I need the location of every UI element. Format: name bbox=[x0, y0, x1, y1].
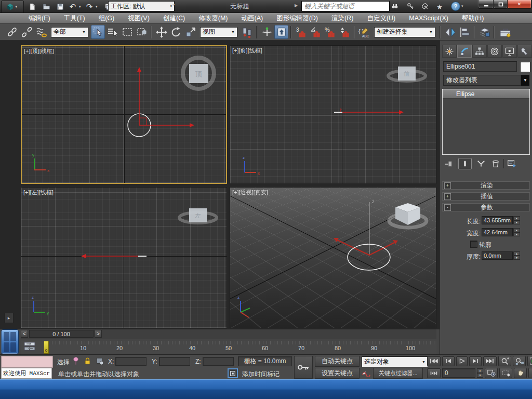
width-spinner[interactable]: ▲▼ bbox=[513, 228, 520, 236]
current-frame-field[interactable]: 0 bbox=[442, 368, 475, 378]
keyboard-shortcut-override-button[interactable] bbox=[274, 25, 288, 39]
set-keys-button[interactable] bbox=[294, 356, 313, 379]
menu-item[interactable]: 组(G) bbox=[92, 13, 122, 24]
next-frame-icon[interactable] bbox=[469, 356, 482, 366]
communication-center-icon[interactable] bbox=[419, 1, 431, 11]
maxscript-mini-listener[interactable]: 欢迎使用 MAXScr bbox=[1, 368, 52, 379]
object-name-field[interactable]: Ellipse001 bbox=[443, 61, 517, 72]
y-coordinate-field[interactable] bbox=[159, 357, 190, 366]
undo-caret-icon[interactable]: ▾ bbox=[79, 5, 83, 9]
previous-frame-icon[interactable] bbox=[442, 356, 455, 366]
frame-spinner[interactable]: ▲▼ bbox=[477, 368, 483, 378]
length-input[interactable]: 43.655mm bbox=[482, 216, 513, 224]
select-object-button[interactable] bbox=[91, 25, 105, 39]
selection-pin-icon[interactable] bbox=[72, 356, 80, 366]
modifier-list-caret-icon[interactable]: ▼ bbox=[521, 75, 529, 86]
set-key-button[interactable]: 设置关键点 bbox=[315, 368, 360, 379]
select-and-rotate-icon[interactable] bbox=[169, 25, 183, 39]
thickness-spinner[interactable]: ▲▼ bbox=[513, 251, 520, 260]
open-mini-curve-editor-icon[interactable] bbox=[23, 341, 36, 352]
next-frame-slider-button[interactable]: > bbox=[95, 330, 102, 338]
viewport-front[interactable]: 前 z x [+][前][线框] bbox=[230, 45, 436, 184]
modifier-stack-item[interactable]: Ellipse bbox=[443, 89, 529, 99]
bind-to-space-warp-icon[interactable] bbox=[34, 25, 48, 39]
default-in-out-tangent-icon[interactable] bbox=[362, 369, 371, 377]
x-coordinate-field[interactable] bbox=[115, 357, 147, 366]
length-spinner[interactable]: ▲▼ bbox=[513, 216, 520, 224]
viewport-perspective[interactable]: z z [+][透视][真实] bbox=[230, 187, 436, 328]
selection-filter-dropdown[interactable]: 全部 ▼ bbox=[51, 27, 88, 37]
minimize-button[interactable] bbox=[478, 0, 494, 9]
make-unique-icon[interactable] bbox=[474, 158, 488, 169]
viewport-left-label[interactable]: [+][左][线框] bbox=[23, 189, 54, 196]
width-input[interactable]: 42.64mm bbox=[482, 228, 513, 236]
z-coordinate-field[interactable] bbox=[203, 357, 234, 366]
menu-item[interactable]: 视图(V) bbox=[121, 13, 156, 24]
rollout-expand-icon[interactable]: + bbox=[444, 193, 451, 200]
edit-named-selection-sets-icon[interactable]: { }ABC bbox=[357, 25, 371, 39]
viewport-top-label[interactable]: [+][顶][线框] bbox=[24, 47, 54, 55]
configure-modifier-sets-icon[interactable] bbox=[505, 158, 518, 169]
auto-key-button[interactable]: 自动关键点 bbox=[315, 356, 360, 367]
help-icon[interactable]: ? bbox=[451, 2, 460, 11]
redo-button[interactable]: ↷ bbox=[85, 2, 94, 12]
orbit-view-icon[interactable] bbox=[528, 368, 532, 378]
absolute-offset-toggle-icon[interactable] bbox=[96, 357, 104, 366]
selection-lock-icon[interactable] bbox=[83, 356, 92, 366]
track-bar[interactable]: 102030405060708090100 0 bbox=[21, 340, 436, 354]
play-animation-icon[interactable] bbox=[456, 356, 468, 366]
zoom-region-icon[interactable] bbox=[499, 368, 512, 378]
go-to-start-icon[interactable] bbox=[427, 356, 441, 366]
isolate-selection-icon[interactable] bbox=[228, 368, 238, 378]
maximize-button[interactable] bbox=[493, 0, 508, 9]
time-slider-handle[interactable]: 0 / 100 bbox=[29, 330, 94, 338]
viewport-left[interactable]: 左 z y [+][左][线框] bbox=[21, 187, 227, 328]
mirror-icon[interactable] bbox=[443, 25, 457, 39]
workspace-menu-icon[interactable]: ▼ bbox=[171, 3, 176, 7]
favorites-star-icon[interactable]: ★ bbox=[433, 2, 446, 12]
key-filters-button[interactable]: 关键点过滤器... bbox=[373, 368, 423, 379]
viewport-top[interactable]: 顶 y x [+][顶][线框] bbox=[21, 45, 227, 184]
menu-item[interactable]: 修改器(M) bbox=[192, 13, 234, 24]
search-input[interactable] bbox=[301, 1, 390, 11]
rollout-rendering[interactable]: + 渲染 bbox=[442, 181, 530, 190]
window-crossing-toggle-icon[interactable] bbox=[135, 25, 149, 39]
angle-snap-toggle-icon[interactable] bbox=[309, 25, 323, 39]
modifier-stack[interactable]: Ellipse bbox=[442, 89, 530, 155]
save-file-button[interactable] bbox=[54, 2, 66, 12]
menu-item[interactable]: 编辑(E) bbox=[22, 13, 57, 24]
open-file-button[interactable] bbox=[40, 2, 52, 12]
tab-modify[interactable] bbox=[457, 45, 472, 58]
thickness-input[interactable]: 0.0mm bbox=[482, 251, 513, 260]
menu-item[interactable]: 帮助(H) bbox=[455, 13, 490, 24]
rollout-parameters[interactable]: - 参数 bbox=[442, 203, 530, 211]
graphite-modeling-tools-icon[interactable] bbox=[497, 25, 514, 39]
add-time-tag[interactable]: 添加时间标记 bbox=[242, 370, 280, 379]
search-icon[interactable] bbox=[389, 1, 401, 11]
rollout-collapse-icon[interactable]: - bbox=[444, 204, 451, 211]
track-bar-frame-handle[interactable]: 0 bbox=[44, 341, 49, 354]
tab-create[interactable] bbox=[442, 45, 457, 58]
key-mode-toggle-icon[interactable] bbox=[427, 368, 441, 378]
tab-hierarchy[interactable] bbox=[472, 45, 487, 58]
menu-item[interactable]: 工具(T) bbox=[57, 13, 92, 24]
time-configuration-icon[interactable] bbox=[485, 368, 498, 378]
workspace-selector[interactable]: 工作区: 默认 ▾ bbox=[108, 1, 175, 11]
redo-caret-icon[interactable]: ▾ bbox=[96, 5, 100, 9]
reference-coordinate-dropdown[interactable]: 视图 ▼ bbox=[200, 27, 237, 37]
menu-item[interactable]: 图形编辑器(D) bbox=[270, 13, 325, 24]
named-selection-sets-dropdown[interactable]: 创建选择集 ▼ bbox=[374, 27, 435, 37]
viewport-layout-tabs-icon[interactable] bbox=[1, 329, 19, 354]
spinner-snap-toggle-icon[interactable] bbox=[338, 25, 352, 39]
snap-toggle-3d-icon[interactable]: 3 bbox=[294, 25, 308, 39]
zoom-icon[interactable] bbox=[498, 356, 511, 366]
maxscript-macro-recorder[interactable] bbox=[1, 356, 53, 368]
undo-button[interactable]: ↶ bbox=[68, 2, 77, 12]
application-menu-button[interactable]: ▾ bbox=[1, 1, 24, 13]
close-button[interactable]: ✕ bbox=[507, 0, 531, 9]
select-and-move-icon[interactable] bbox=[154, 25, 168, 39]
menu-item[interactable]: 自定义(U) bbox=[360, 13, 402, 24]
tab-utilities[interactable] bbox=[517, 45, 532, 58]
unlink-selection-icon[interactable] bbox=[20, 25, 34, 39]
viewport-front-label[interactable]: [+][前][线框] bbox=[232, 47, 262, 55]
